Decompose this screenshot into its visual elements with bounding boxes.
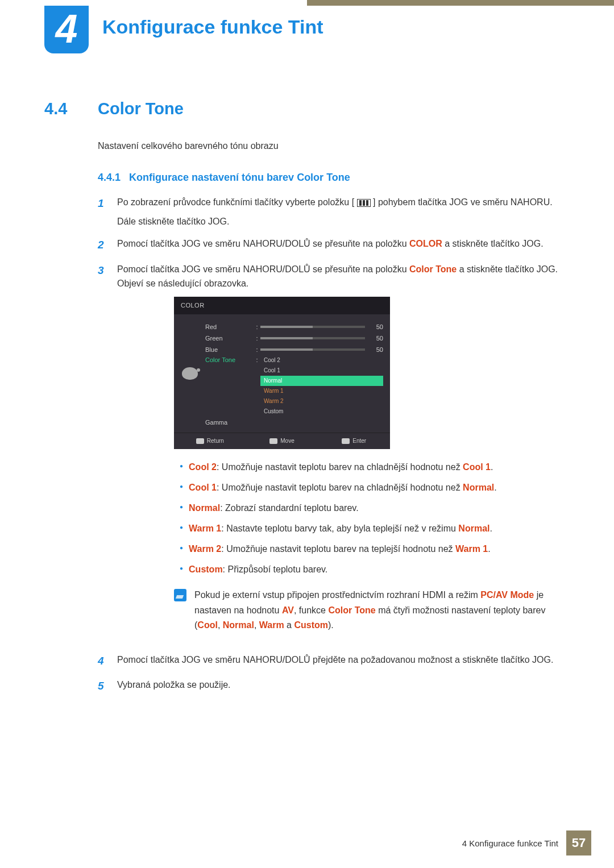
osd-screenshot: COLOR Red : 50 [174,297,390,450]
section-heading: 4.4 Color Tone [44,99,570,118]
bullet-icon: ● [180,500,183,516]
text: a [284,620,294,630]
osd-value: 50 [370,322,383,333]
list-item: ●Custom: Přizpůsobí teplotu barev. [180,562,570,578]
osd-option: Cool 2 [260,355,383,366]
keyword: Warm [259,620,284,630]
text: Dále stiskněte tlačítko JOG. [117,217,229,226]
osd-option: Custom [260,406,383,417]
subsection-heading: 4.4.1 Konfigurace nastavení tónu barev C… [98,172,570,184]
page-number: 57 [566,830,591,855]
osd-label-selected: Color Tone [205,355,254,366]
text: Pokud je externí vstup připojen prostřed… [194,590,480,600]
osd-value: 50 [370,334,383,344]
osd-option: Warm 1 [260,386,383,396]
option-ref: Normal [463,483,494,492]
step-number: 4 [98,653,108,670]
option-name: Cool 2 [189,462,217,472]
section-number: 4.4 [44,99,84,118]
enter-icon [342,438,350,444]
text: Pomocí tlačítka JOG ve směru NAHORU/DOLŮ… [117,264,409,274]
step-number: 2 [98,236,108,254]
osd-label: Gamma [205,418,254,428]
osd-option: Warm 2 [260,396,383,406]
osd-rows: Red : 50 Green : 50 [205,314,390,433]
keyword: AV [282,605,294,615]
option-name: Normal [189,503,220,513]
return-icon [196,438,204,444]
bullet-icon: ● [180,541,183,557]
osd-footer-return: Return [174,433,246,449]
step-3: 3 Pomocí tlačítka JOG ve směru NAHORU/DO… [98,262,570,645]
palette-icon [182,367,198,380]
osd-row-blue: Blue : 50 [205,344,383,355]
bullet-icon: ● [180,521,183,537]
osd-row-green: Green : 50 [205,333,383,344]
text: , [218,620,223,630]
text: Pomocí tlačítka JOG ve směru NAHORU/DOLŮ… [117,239,409,248]
bullet-icon: ● [180,459,183,475]
option-ref: Cool 1 [463,462,491,472]
step-number: 1 [98,195,108,229]
keyword: Custom [294,620,328,630]
section-title: Color Tone [98,99,184,118]
move-icon [269,438,277,444]
osd-label: Green [205,334,254,344]
note-box: Pokud je externí vstup připojen prostřed… [174,588,570,633]
header-accent-bar [307,0,614,6]
keyword: Cool [197,620,218,630]
osd-row-red: Red : 50 [205,321,383,333]
step-body: Vybraná položka se použije. [117,678,570,695]
list-item: ●Normal: Zobrazí standardní teplotu bare… [180,500,570,516]
text: , funkce [294,605,328,615]
list-item: ●Warm 2: Umožňuje nastavit teplotu barev… [180,541,570,557]
option-descriptions: ●Cool 2: Umožňuje nastavit teplotu barev… [180,459,570,578]
text: : Umožňuje nastavit teplotu barev na chl… [217,462,463,472]
osd-footer-move: Move [246,433,318,449]
osd-footer-enter: Enter [318,433,390,449]
osd-value: 50 [370,345,383,355]
option-ref: Warm 1 [455,544,488,554]
colon: : [254,345,260,355]
step-4: 4 Pomocí tlačítka JOG ve směru NAHORU/DO… [98,653,570,670]
text: Move [280,437,294,446]
colon: : [254,355,260,366]
section-intro: Nastavení celkového barevného tónu obraz… [98,141,570,151]
text: : Nastavte teplotu barvy tak, aby byla t… [221,524,458,533]
list-item: ●Warm 1: Nastavte teplotu barvy tak, aby… [180,521,570,537]
text: a stiskněte tlačítko JOG. [442,239,544,248]
text: , [254,620,259,630]
page-content: 4.4 Color Tone Nastavení celkového barev… [44,99,570,703]
option-name: Warm 1 [189,524,221,533]
osd-category-icon-col [174,314,205,433]
option-name: Warm 2 [189,544,221,554]
chapter-title: Konfigurace funkce Tint [102,16,323,38]
osd-option-selected: Normal [260,376,383,386]
osd-option-list: Cool 2 Cool 1 Normal Warm 1 Warm 2 Custo… [260,355,383,417]
option-name: Cool 1 [189,483,217,492]
step-list: 1 Po zobrazení průvodce funkčními tlačít… [98,195,570,695]
osd-slider [260,326,365,328]
subsection-title: Konfigurace nastavení tónu barev Color T… [129,172,350,183]
text: ). [328,620,334,630]
footer-chapter-label: 4 Konfigurace funkce Tint [462,838,558,848]
subsection-number: 4.4.1 [98,172,121,183]
step-number: 5 [98,678,108,695]
osd-body: Red : 50 Green : 50 [174,314,390,433]
step-5: 5 Vybraná položka se použije. [98,678,570,695]
osd-slider [260,348,365,351]
text: Enter [352,437,366,446]
note-icon [174,589,186,601]
text: : Přizpůsobí teplotu barev. [223,564,328,574]
keyword: PC/AV Mode [480,590,534,600]
osd-option: Cool 1 [260,366,383,376]
step-body: Pomocí tlačítka JOG ve směru NAHORU/DOLŮ… [117,236,570,254]
step-body: Pomocí tlačítka JOG ve směru NAHORU/DOLŮ… [117,653,570,670]
step-number: 3 [98,262,108,645]
osd-label: Red [205,322,254,333]
option-name: Custom [189,564,223,574]
list-item: ●Cool 2: Umožňuje nastavit teplotu barev… [180,459,570,475]
keyword: Color Tone [328,605,375,615]
keyword: Normal [223,620,254,630]
text: Po zobrazení průvodce funkčními tlačítky… [117,197,354,207]
